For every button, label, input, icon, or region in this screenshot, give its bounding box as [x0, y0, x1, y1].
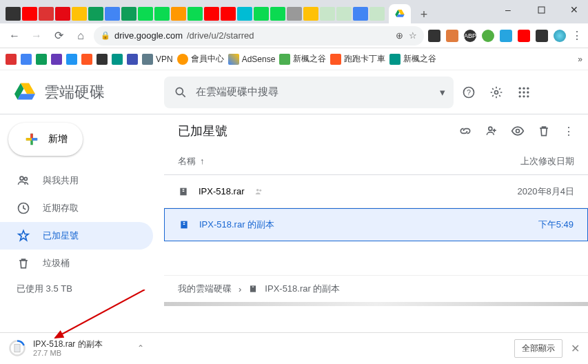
download-filename: IPX-518.rar 的副本 [33, 339, 103, 349]
bookmark-item[interactable] [66, 54, 77, 65]
profile-icon[interactable] [554, 30, 566, 42]
page-title: 已加星號 [178, 123, 227, 139]
close-window-button[interactable]: ✕ [565, 3, 584, 17]
help-icon[interactable]: ? [462, 85, 476, 99]
more-menu-icon[interactable]: ⋮ [563, 125, 574, 138]
new-button[interactable]: 新增 [8, 123, 83, 156]
sidebar-item-recent[interactable]: 近期存取 [0, 194, 153, 222]
bookmark-item[interactable] [112, 54, 123, 65]
new-tab-button[interactable]: + [415, 6, 433, 23]
file-row[interactable]: IPX-518.rar 2020年8月4日 [164, 175, 588, 208]
drive-header: 雲端硬碟 在雲端硬碟中搜尋 ▾ ? [0, 70, 588, 114]
bookmark-item[interactable] [81, 54, 92, 65]
youtube-ext-icon[interactable] [518, 30, 530, 42]
search-bar[interactable]: 在雲端硬碟中搜尋 ▾ [164, 77, 454, 108]
svg-point-1 [176, 88, 183, 94]
link-icon[interactable] [458, 124, 472, 138]
preview-eye-icon[interactable] [511, 124, 525, 138]
svg-point-10 [523, 91, 525, 93]
svg-text:?: ? [467, 88, 471, 97]
archive-icon [179, 219, 190, 230]
drive-tab-icon [394, 8, 405, 19]
svg-point-16 [24, 177, 27, 180]
download-chevron-icon[interactable]: ⌃ [137, 343, 144, 353]
show-all-downloads-button[interactable]: 全部顯示 [514, 339, 562, 358]
download-item[interactable]: IPX-518.rar 的副本 27.7 MB ⌃ [8, 339, 144, 358]
bookmark-kart[interactable]: 跑跑卡丁車 [330, 53, 385, 65]
drive-logo[interactable]: 雲端硬碟 [11, 80, 156, 105]
svg-rect-22 [183, 190, 185, 191]
chevron-right-icon: › [239, 284, 241, 294]
search-icon [174, 85, 187, 99]
svg-rect-26 [183, 222, 185, 223]
zoom-icon[interactable]: ⊕ [396, 30, 403, 41]
chrome-menu-icon[interactable]: ⋮ [571, 29, 582, 42]
minimize-button[interactable]: – [498, 3, 518, 17]
svg-point-9 [519, 91, 521, 93]
svg-point-14 [527, 95, 529, 97]
plus-icon [22, 130, 41, 149]
new-label: 新增 [48, 133, 68, 145]
delete-icon[interactable] [537, 124, 551, 138]
clock-icon [17, 201, 30, 215]
bookmark-item[interactable] [127, 54, 138, 65]
extensions-menu-icon[interactable] [536, 30, 548, 42]
maximize-button[interactable] [531, 3, 551, 17]
bookmark-item[interactable] [6, 54, 17, 65]
trash-icon [17, 256, 30, 270]
apps-grid-icon[interactable] [517, 85, 531, 99]
file-modified: 2020年8月4日 [491, 185, 574, 198]
search-dropdown-icon[interactable]: ▾ [440, 86, 445, 99]
breadcrumb-root[interactable]: 我的雲端硬碟 [178, 283, 232, 295]
extension-icon[interactable] [482, 30, 494, 42]
reload-button[interactable]: ⟳ [50, 27, 68, 45]
address-bar[interactable]: 🔒 drive.google.com/drive/u/2/starred ⊕ ☆ [94, 26, 424, 46]
home-button[interactable]: ⌂ [72, 27, 90, 45]
svg-point-7 [523, 87, 525, 89]
svg-point-18 [489, 127, 492, 130]
bookmark-item[interactable] [51, 54, 62, 65]
svg-point-11 [527, 91, 529, 93]
breadcrumb-file: IPX-518.rar 的副本 [265, 283, 340, 295]
bookmark-member[interactable]: 會員中心 [177, 53, 224, 65]
bookmark-star-icon[interactable]: ☆ [409, 30, 417, 41]
forward-button[interactable]: → [28, 27, 45, 45]
back-button[interactable]: ← [6, 27, 23, 45]
scrollbar[interactable] [164, 302, 588, 306]
sidebar: 新增 與我共用 近期存取 已加星號 垃圾桶 已使用 3.5 TB [0, 114, 164, 306]
svg-point-15 [20, 176, 23, 180]
download-progress-icon [8, 339, 26, 357]
file-name: IPX-518.rar [199, 186, 244, 196]
bookmark-maple[interactable]: 新楓之谷 [279, 53, 326, 65]
active-tab[interactable] [389, 4, 411, 23]
bookmark-item[interactable] [36, 54, 47, 65]
extension-icon[interactable] [500, 30, 512, 42]
svg-rect-29 [252, 287, 254, 287]
bookmarks-overflow[interactable]: » [578, 54, 582, 64]
svg-point-8 [527, 87, 529, 89]
sidebar-item-trash[interactable]: 垃圾桶 [0, 250, 153, 277]
breadcrumb: 我的雲端硬碟 › IPX-518.rar 的副本 [164, 275, 588, 302]
close-download-bar-icon[interactable]: ✕ [571, 342, 580, 355]
download-bar: IPX-518.rar 的副本 27.7 MB ⌃ 全部顯示 ✕ [0, 332, 588, 364]
share-person-icon[interactable] [485, 124, 498, 138]
sidebar-item-shared[interactable]: 與我共用 [0, 167, 153, 194]
bookmark-adsense[interactable]: AdSense [228, 54, 276, 65]
bookmark-item[interactable] [21, 54, 32, 65]
column-name[interactable]: 名稱 [178, 155, 196, 168]
bookmarks-bar: VPN 會員中心 AdSense 新楓之谷 跑跑卡丁車 新楓之谷 » [0, 48, 588, 70]
metamask-icon[interactable] [446, 30, 458, 42]
sidebar-item-starred[interactable]: 已加星號 [0, 222, 153, 250]
adblock-icon[interactable]: ABP [464, 30, 476, 42]
bookmark-item[interactable] [97, 54, 108, 65]
column-modified[interactable]: 上次修改日期 [491, 155, 574, 168]
extension-icon[interactable] [428, 30, 440, 42]
gear-icon[interactable] [489, 85, 503, 99]
main-content: 已加星號 ⋮ 名稱 ↑ 上次修改日期 IPX-518.rar 2020年8月4日 [164, 114, 588, 306]
sort-arrow-icon[interactable]: ↑ [200, 156, 205, 166]
app-name: 雲端硬碟 [44, 82, 105, 103]
svg-point-6 [519, 87, 521, 89]
bookmark-maple2[interactable]: 新楓之谷 [389, 53, 436, 65]
bookmark-vpn[interactable]: VPN [142, 54, 173, 65]
file-row-selected[interactable]: IPX-518.rar 的副本 下午5:49 [164, 208, 588, 241]
